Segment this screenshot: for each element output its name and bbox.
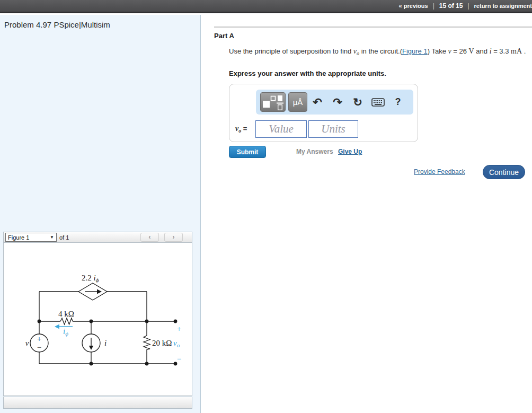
- mastering-engineering-page: « previous | 15 of 15 | return to assign…: [0, 0, 532, 413]
- chevron-down-icon: ▼: [50, 235, 54, 240]
- express-instruction: Express your answer with the appropriate…: [229, 69, 386, 77]
- my-answers-label: My Answers: [296, 148, 333, 155]
- reset-icon[interactable]: ↻: [348, 92, 368, 112]
- return-to-assignment-link[interactable]: return to assignment: [474, 3, 532, 9]
- question-segment: = 3.3: [492, 47, 511, 55]
- units-template-button[interactable]: μÅ: [288, 92, 307, 112]
- vsource-plus: +: [37, 335, 41, 343]
- vo-minus: −: [177, 355, 181, 363]
- figure-select-label: Figure 1: [8, 234, 29, 241]
- item-counter: 15 of 15: [439, 2, 463, 10]
- answer-variable-label: vo =: [235, 125, 247, 134]
- resistor-20k-label: 20 kΩ: [152, 339, 172, 347]
- figure-header: Figure 1 ▼ of 1 ‹ ›: [3, 232, 192, 243]
- figure-canvas: 2.2 iϕ 4 kΩ iϕ v + − i 20 kΩ vo + −: [3, 243, 192, 396]
- dep-source-label: 2.2 iϕ: [82, 274, 99, 283]
- problem-title: Problem 4.97 PSpice|Multisim: [4, 20, 110, 29]
- figure-footer: [3, 397, 192, 409]
- keyboard-glyph: [371, 98, 385, 107]
- topbar-separator: |: [467, 2, 469, 10]
- problem-panel: Problem 4.97 PSpice|Multisim Figure 1 ▼ …: [0, 15, 201, 413]
- voltage-source-label: v: [25, 339, 29, 347]
- math-template-button[interactable]: [260, 92, 286, 112]
- figure-1-link[interactable]: Figure 1: [402, 47, 428, 55]
- question-segment: and: [474, 47, 490, 55]
- continue-button[interactable]: Continue: [483, 165, 525, 179]
- equation-toolbar: μÅ ↶ ↷ ↻ ?: [256, 90, 413, 115]
- topbar-separator: |: [433, 2, 435, 10]
- answer-box: μÅ ↶ ↷ ↻ ? vo =: [229, 84, 418, 142]
- question-segment: ) Take: [428, 47, 448, 55]
- current-source-label: i: [104, 339, 107, 347]
- part-divider: [214, 27, 532, 28]
- value-input[interactable]: [255, 120, 307, 138]
- circuit-wires: [30, 283, 175, 364]
- figure-widget: Figure 1 ▼ of 1 ‹ ›: [3, 232, 192, 409]
- math-template-icon: [261, 93, 285, 111]
- control-current-label: iϕ: [63, 327, 68, 337]
- volt-unit: V: [469, 47, 474, 55]
- help-icon[interactable]: ?: [388, 92, 408, 112]
- redo-icon[interactable]: ↷: [327, 92, 348, 112]
- milliamp-unit: mA: [511, 47, 522, 55]
- circuit-diagram: 2.2 iϕ 4 kΩ iϕ v + − i 20 kΩ vo + −: [4, 243, 192, 395]
- provide-feedback-link[interactable]: Provide Feedback: [414, 168, 465, 175]
- keyboard-icon[interactable]: [368, 92, 388, 112]
- circuit-arrows: [85, 289, 102, 350]
- resistor-4k-label: 4 kΩ: [58, 310, 74, 318]
- question-segment: in the circuit.(: [359, 47, 402, 55]
- previous-link[interactable]: « previous: [399, 3, 428, 9]
- question-segment: = 26: [451, 47, 469, 55]
- question-segment: .: [522, 47, 526, 55]
- give-up-link[interactable]: Give Up: [338, 148, 362, 155]
- figure-next-button[interactable]: ›: [164, 233, 183, 242]
- figure-select[interactable]: Figure 1 ▼: [5, 233, 57, 242]
- figure-count-label: of 1: [59, 234, 69, 241]
- vsource-minus: −: [37, 343, 41, 352]
- part-heading: Part A: [214, 32, 234, 40]
- vo-label: vo: [173, 339, 180, 348]
- assignment-topbar: « previous | 15 of 15 | return to assign…: [0, 0, 532, 13]
- units-input[interactable]: [308, 120, 358, 138]
- answer-panel: Part A Use the principle of superpositio…: [201, 15, 532, 413]
- submit-button[interactable]: Submit: [229, 146, 266, 158]
- question-text: Use the principle of superposition to fi…: [229, 46, 532, 59]
- vo-plus: +: [177, 324, 181, 333]
- undo-icon[interactable]: ↶: [307, 92, 327, 112]
- question-segment: Use the principle of superposition to fi…: [229, 47, 353, 55]
- figure-prev-button[interactable]: ‹: [140, 233, 159, 242]
